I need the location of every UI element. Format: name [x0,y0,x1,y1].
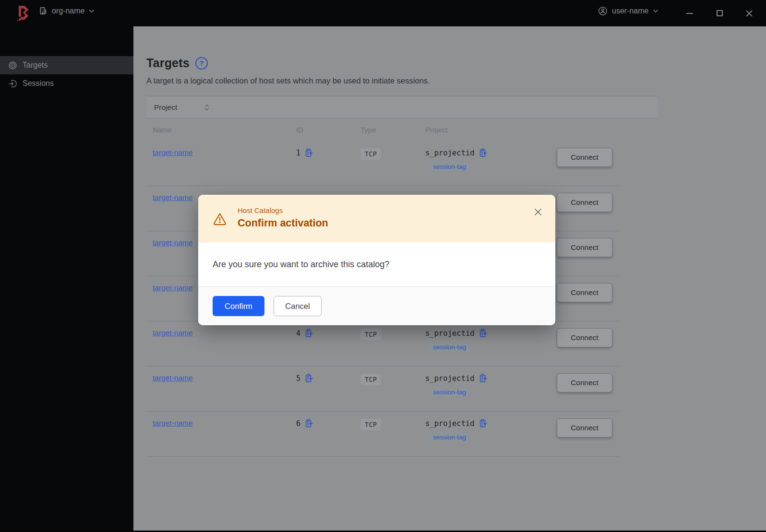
user-menu[interactable]: user-name [598,6,658,16]
type-badge: TCP [360,148,381,160]
target-name-link[interactable]: target-name [153,329,193,337]
table-row: target-name 1 TCP s_projectid session-ta… [146,141,619,186]
sidebar-item-label: Targets [23,61,48,70]
copy-icon[interactable] [304,148,313,157]
column-header-name: Name [153,126,296,134]
user-icon [598,6,608,16]
project-id: s_projectid [425,374,475,383]
column-header-project: Project [425,126,557,134]
copy-icon[interactable] [479,148,488,157]
target-name-link[interactable]: target-name [153,148,193,156]
table-row: target-name 6 TCP s_projectid session-ta… [146,412,619,457]
type-badge: TCP [360,419,381,430]
sidebar-item-targets[interactable]: Targets [0,56,133,74]
session-tag-badge[interactable]: session-tag [429,343,470,352]
window-maximize-button[interactable] [714,8,725,19]
project-id: s_projectid [425,419,475,428]
filter-label: Project [154,103,177,112]
chevron-down-icon [653,9,658,13]
org-icon [38,6,48,15]
user-name-label: user-name [612,7,648,15]
column-header-id: ID [296,126,360,134]
copy-icon[interactable] [304,419,313,428]
sort-chevrons-icon [204,104,210,111]
confirm-button[interactable]: Confirm [213,296,264,316]
sessions-icon [9,80,17,88]
connect-button[interactable]: Connect [557,148,612,167]
warning-icon [213,212,227,226]
target-icon [9,61,17,70]
connect-button[interactable]: Connect [557,238,612,257]
dialog-close-icon[interactable] [533,207,544,218]
page-description: A target is a logical collection of host… [146,76,766,85]
dialog-header: Host Catalogs Confirm activation [198,195,555,242]
cancel-button[interactable]: Cancel [274,296,322,316]
sidebar: Targets Sessions [0,26,133,532]
connect-button[interactable]: Connect [557,373,612,392]
type-badge: TCP [360,374,381,385]
project-id: s_projectid [425,149,475,157]
target-name-link[interactable]: target-name [153,238,193,247]
sidebar-item-sessions[interactable]: Sessions [0,74,133,93]
target-id: 6 [296,419,300,428]
target-name-link[interactable]: target-name [153,419,193,427]
confirm-dialog: Host Catalogs Confirm activation Are you… [198,195,555,325]
window-minimize-button[interactable] [684,8,695,19]
window-close-button[interactable] [744,8,754,19]
dialog-body-text: Are you sure you want to archive this ca… [198,242,555,286]
connect-button[interactable]: Connect [557,193,612,212]
copy-icon[interactable] [479,419,488,428]
boundary-logo-icon [14,4,32,23]
project-filter-dropdown[interactable]: Project [154,103,210,112]
connect-button[interactable]: Connect [557,328,612,347]
dialog-context-label: Host Catalogs [238,206,533,214]
copy-icon[interactable] [304,374,313,383]
target-id: 1 [296,149,300,157]
session-tag-badge[interactable]: session-tag [429,162,470,171]
help-icon[interactable]: ? [195,57,208,70]
target-name-link[interactable]: target-name [153,284,193,292]
sidebar-item-label: Sessions [23,79,54,88]
org-name-label: org-name [52,7,84,15]
titlebar: org-name user-name [0,0,766,26]
target-name-link[interactable]: target-name [153,374,193,382]
type-badge: TCP [360,329,381,340]
page-title: Targets [146,56,190,70]
session-tag-badge[interactable]: session-tag [429,433,470,442]
target-name-link[interactable]: target-name [153,193,193,201]
copy-icon[interactable] [479,374,488,383]
filter-toolbar: Project [146,96,658,118]
target-id: 5 [296,374,300,383]
dialog-title: Confirm activation [238,217,533,229]
connect-button[interactable]: Connect [557,418,612,437]
org-switcher[interactable]: org-name [38,6,95,15]
connect-button[interactable]: Connect [557,283,612,302]
chevron-down-icon [89,9,95,13]
copy-icon[interactable] [479,329,488,338]
target-id: 4 [296,329,300,338]
session-tag-badge[interactable]: session-tag [429,388,470,397]
project-id: s_projectid [425,329,475,338]
table-row: target-name 4 TCP s_projectid session-ta… [146,321,619,366]
copy-icon[interactable] [304,329,313,338]
table-row: target-name 5 TCP s_projectid session-ta… [146,366,619,412]
column-header-type: Type [360,126,425,134]
dialog-footer: Confirm Cancel [198,286,555,325]
table-header: Name ID Type Project [146,118,619,141]
